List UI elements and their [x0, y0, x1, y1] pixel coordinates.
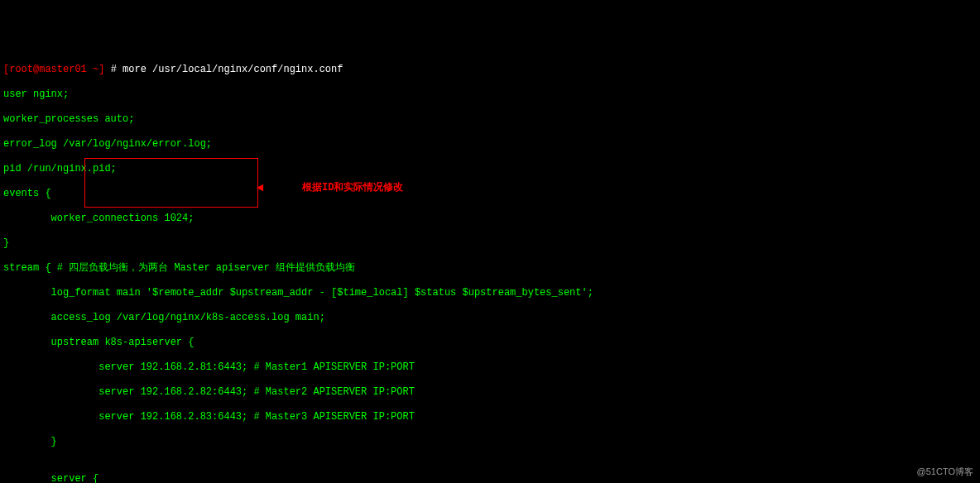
annotation-arrow-icon: ◄ [257, 181, 263, 196]
config-line: } [3, 237, 977, 250]
prompt-symbol: # [111, 64, 117, 75]
terminal-output[interactable]: [root@master01 ~] # more /usr/local/ngin… [0, 50, 980, 483]
prompt-command [117, 64, 122, 75]
command-text: more /usr/local/nginx/conf/nginx.conf [122, 64, 343, 75]
prompt-line: [root@master01 ~] # more /usr/local/ngin… [3, 64, 977, 76]
config-line: user nginx; [3, 88, 977, 101]
config-line: worker_processes auto; [3, 113, 977, 126]
prompt-user-host: [root@master01 ~] [3, 64, 104, 75]
config-line: pid /run/nginx.pid; [3, 163, 977, 175]
config-line: worker_connections 1024; [3, 213, 977, 225]
config-line: stream { # 四层负载均衡，为两台 Master apiserver 组… [3, 262, 977, 275]
config-line: server { [3, 473, 977, 483]
config-line: } [3, 436, 977, 448]
config-line: server 192.168.2.82:6443; # Master2 APIS… [3, 386, 977, 399]
prompt-hash [104, 64, 110, 75]
annotation-text: 根据ID和实际情况修改 [302, 182, 403, 194]
watermark: @51CTO博客 [917, 466, 973, 478]
config-line: events { [3, 188, 977, 200]
config-line: log_format main '$remote_addr $upstream_… [3, 287, 977, 299]
config-line: server 192.168.2.81:6443; # Master1 APIS… [3, 361, 977, 374]
config-line: server 192.168.2.83:6443; # Master3 APIS… [3, 411, 977, 423]
config-line: error_log /var/log/nginx/error.log; [3, 138, 977, 151]
config-line: access_log /var/log/nginx/k8s-access.log… [3, 312, 977, 324]
config-line: upstream k8s-apiserver { [3, 337, 977, 349]
